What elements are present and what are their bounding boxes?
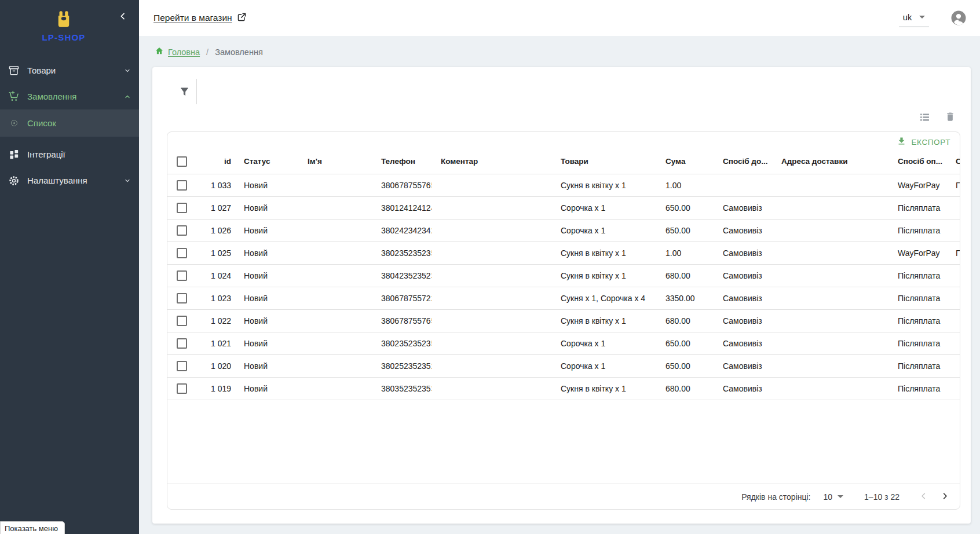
archive-box-icon <box>5 65 23 76</box>
shopping-bag-icon <box>56 20 72 30</box>
cell-sum: 650.00 <box>656 219 714 242</box>
column-header-comment[interactable]: Коментар <box>432 149 551 174</box>
rows-per-page-label: Рядків на сторінці: <box>741 492 810 502</box>
cell-address <box>772 377 888 400</box>
prev-page-button[interactable] <box>917 489 930 504</box>
logo: LP-SHOP <box>0 0 127 42</box>
cell-payment: Післяплата <box>888 332 946 354</box>
sidebar-item-orders[interactable]: Замовлення <box>0 83 139 109</box>
cell-phone: 380423523523 <box>372 264 432 287</box>
sidebar-item-integrations[interactable]: Інтеграції <box>0 141 139 167</box>
row-checkbox[interactable] <box>177 383 187 394</box>
table-header-row: id Статус Ім'я Телефон Коментар Товари С… <box>167 149 960 174</box>
filter-button[interactable] <box>177 83 192 101</box>
chevron-left-icon <box>919 492 928 502</box>
cell-name <box>298 309 372 332</box>
column-header-id[interactable]: id <box>195 149 235 174</box>
store-link[interactable]: Перейти в магазин <box>153 12 247 24</box>
cell-id: 1 025 <box>195 242 235 264</box>
cell-products: Сукня в квітку x 1 <box>551 242 656 264</box>
column-header-products[interactable]: Товари <box>551 149 656 174</box>
view-list-icon <box>919 111 931 125</box>
table-row[interactable]: 1 025 Новий 380235235235 Сукня в квітку … <box>167 242 960 264</box>
cell-status: Новий <box>235 219 298 242</box>
cell-delivery: Самовивіз <box>714 196 772 219</box>
sidebar-item-settings[interactable]: Налаштування <box>0 167 139 193</box>
table-empty-space <box>167 400 960 484</box>
store-link-label: Перейти в магазин <box>153 13 232 23</box>
cell-products: Сорочка x 1 <box>551 354 656 377</box>
select-columns-button[interactable] <box>917 110 932 126</box>
cell-sum: 3350.00 <box>656 287 714 309</box>
cell-id: 1 027 <box>195 196 235 219</box>
sidebar-item-orders-list[interactable]: Список <box>0 109 139 137</box>
select-all-checkbox[interactable] <box>177 156 187 167</box>
table-row[interactable]: 1 020 Новий 380252352352 Сорочка x 1 650… <box>167 354 960 377</box>
row-checkbox[interactable] <box>177 361 187 371</box>
column-header-payment[interactable]: Спосіб оп... <box>888 149 946 174</box>
column-header-pay-status[interactable]: Ст <box>946 149 960 174</box>
gear-icon <box>5 175 23 186</box>
cell-products: Сорочка x 1 <box>551 196 656 219</box>
sidebar-collapse-button[interactable] <box>117 10 129 24</box>
column-header-sum[interactable]: Сума <box>656 149 714 174</box>
list-toolbar <box>917 110 957 126</box>
row-checkbox[interactable] <box>177 225 187 236</box>
cell-comment <box>432 332 551 354</box>
cell-pay-status <box>946 287 960 309</box>
table-row[interactable]: 1 027 Новий 380124124124 Сорочка x 1 650… <box>167 196 960 219</box>
delete-button[interactable] <box>944 110 957 126</box>
cell-comment <box>432 354 551 377</box>
sidebar: LP-SHOP Товари <box>0 0 139 534</box>
show-menu-tooltip: Показать меню <box>0 521 65 534</box>
cell-delivery: Самовивіз <box>714 354 772 377</box>
cell-comment <box>432 242 551 264</box>
breadcrumb: Головна / Замовлення <box>152 46 971 57</box>
next-page-button[interactable] <box>938 489 952 504</box>
user-menu-button[interactable] <box>950 9 967 27</box>
table-row[interactable]: 1 026 Новий 380242342342 Сорочка x 1 650… <box>167 219 960 242</box>
row-checkbox[interactable] <box>177 338 187 349</box>
export-button[interactable]: ЕКСПОРТ <box>894 134 953 149</box>
column-header-status[interactable]: Статус <box>235 149 298 174</box>
column-header-address[interactable]: Адреса доставки <box>772 149 888 174</box>
language-value: uk <box>903 13 912 22</box>
cell-delivery: Самовивіз <box>714 309 772 332</box>
cell-address <box>772 219 888 242</box>
table-row[interactable]: 1 021 Новий 380235235235 Сорочка x 1 650… <box>167 332 960 354</box>
language-select[interactable]: uk <box>899 9 929 27</box>
chevron-left-icon <box>118 14 127 23</box>
sidebar-item-products[interactable]: Товари <box>0 57 139 83</box>
cell-comment <box>432 264 551 287</box>
row-checkbox[interactable] <box>177 180 187 191</box>
column-header-name[interactable]: Ім'я <box>298 149 372 174</box>
logo-text: LP-SHOP <box>0 32 127 42</box>
row-checkbox[interactable] <box>177 203 187 213</box>
table-row[interactable]: 1 024 Новий 380423523523 Сукня в квітку … <box>167 264 960 287</box>
table-row[interactable]: 1 022 Новий 380678755765 Сукня в квітку … <box>167 309 960 332</box>
cell-delivery: Самовивіз <box>714 242 772 264</box>
table-row[interactable]: 1 023 Новий 380678755722 Сукня x 1, Соро… <box>167 287 960 309</box>
page-content: Головна / Замовлення <box>139 36 980 534</box>
column-header-phone[interactable]: Телефон <box>372 149 432 174</box>
row-checkbox[interactable] <box>177 248 187 258</box>
table-row[interactable]: 1 033 Новий 380678755765 Сукня в квітку … <box>167 174 960 196</box>
cell-id: 1 026 <box>195 219 235 242</box>
chevron-up-icon <box>124 93 131 100</box>
app-root: LP-SHOP Товари <box>0 0 980 534</box>
rows-per-page-select[interactable]: 10 <box>824 492 844 502</box>
row-checkbox[interactable] <box>177 293 187 303</box>
chevron-right-icon <box>941 492 949 502</box>
cell-payment: WayForPay <box>888 242 946 264</box>
cell-status: Новий <box>235 287 298 309</box>
sidebar-item-label: Замовлення <box>27 92 124 101</box>
row-checkbox[interactable] <box>177 316 187 326</box>
breadcrumb-home-link[interactable]: Головна <box>168 47 200 57</box>
column-header-delivery[interactable]: Спосіб до... <box>714 149 772 174</box>
cell-address <box>772 174 888 196</box>
account-circle-icon <box>950 9 967 27</box>
cell-pay-status <box>946 309 960 332</box>
table-row[interactable]: 1 019 Новий 380352352353 Сукня в квітку … <box>167 377 960 400</box>
row-checkbox[interactable] <box>177 270 187 281</box>
cell-comment <box>432 309 551 332</box>
